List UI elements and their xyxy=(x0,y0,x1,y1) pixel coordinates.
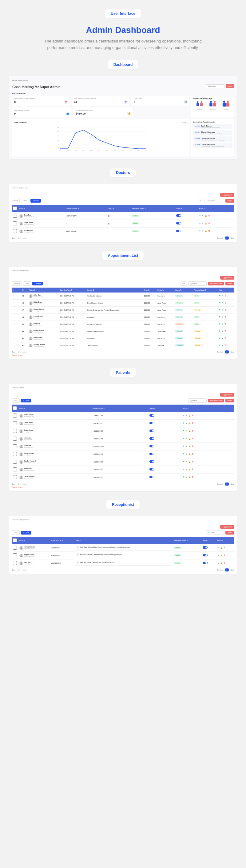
print-button[interactable]: Print xyxy=(23,281,31,286)
status-toggle[interactable] xyxy=(149,430,154,432)
col-header[interactable]: ID xyxy=(21,287,28,292)
edit-icon[interactable]: ✎ xyxy=(222,316,223,318)
edit-icon[interactable]: ✎ xyxy=(186,430,187,432)
page-1[interactable]: 1 xyxy=(225,237,229,240)
export-button[interactable]: ⇩ Export xyxy=(30,199,41,203)
dropdown-icon[interactable]: ▾ xyxy=(200,295,201,297)
col-header[interactable]: Status ⇅ xyxy=(174,287,192,292)
edit-icon[interactable]: ✎ xyxy=(217,554,219,556)
new-button[interactable]: ⊕ New xyxy=(225,399,234,402)
view-icon[interactable]: 👁 xyxy=(219,330,220,332)
drag-handle[interactable]: ⋮⋮ xyxy=(13,316,16,318)
print-button[interactable]: Print xyxy=(21,198,29,203)
col-header[interactable]: Action ⇅ xyxy=(198,205,234,212)
edit-icon[interactable]: ✎ xyxy=(202,230,204,232)
breadcrumb[interactable]: Home > Appointment xyxy=(12,270,234,272)
export-button[interactable]: ⇩ Export xyxy=(21,531,31,534)
patients-layout-link[interactable]: Patients Layout xyxy=(12,486,234,488)
dropdown-icon[interactable]: ▾ xyxy=(202,345,203,346)
edit-icon[interactable]: ✎ xyxy=(186,414,187,416)
year-select[interactable]: Year xyxy=(181,121,187,124)
upcoming-item[interactable]: 9:00 AMEmily JohnsonTeeth Cleaning By Ha… xyxy=(193,124,233,129)
delete-icon[interactable]: 🗑 xyxy=(224,330,226,332)
row-select[interactable] xyxy=(13,413,17,417)
col-header[interactable]: Contact Number ⇅ xyxy=(65,205,106,212)
view-icon[interactable]: 👁 xyxy=(183,468,184,470)
lock-icon[interactable]: 🔒 xyxy=(220,547,222,549)
all-filter[interactable]: All ▾ xyxy=(198,198,205,203)
lock-icon[interactable]: 🔒 xyxy=(188,468,191,470)
row-select[interactable] xyxy=(13,437,17,441)
row-select[interactable] xyxy=(13,429,17,433)
lock-icon[interactable]: 🔒 xyxy=(188,476,191,478)
drag-handle[interactable]: ⋮⋮ xyxy=(13,295,16,297)
appointment-button[interactable]: + Appointment xyxy=(220,525,234,529)
col-header[interactable]: Status ⇅ xyxy=(202,537,216,544)
status-toggle[interactable] xyxy=(203,562,208,564)
prev-page[interactable]: Previous xyxy=(217,483,223,485)
view-icon[interactable]: 👁 xyxy=(183,445,184,447)
edit-icon[interactable]: ✎ xyxy=(202,215,204,217)
lock-icon[interactable]: 🔒 xyxy=(188,414,191,416)
col-header[interactable]: Status ⇅ xyxy=(175,205,198,212)
status-toggle[interactable] xyxy=(149,422,154,424)
view-icon[interactable]: 👁 xyxy=(183,430,184,432)
page-size[interactable]: 10 xyxy=(16,350,22,354)
delete-icon[interactable]: 🗑 xyxy=(224,316,226,318)
page-1[interactable]: 1 xyxy=(225,568,229,571)
lock-icon[interactable]: 🔒 xyxy=(188,453,191,455)
delete-icon[interactable]: 🗑 xyxy=(192,468,194,470)
page-size[interactable]: 10 xyxy=(16,568,22,572)
delete-icon[interactable]: 🗑 xyxy=(192,445,194,447)
col-header[interactable]: Action xyxy=(217,287,234,292)
breadcrumb[interactable]: Home > Dashboard xyxy=(12,80,234,81)
view-icon[interactable]: 👁 xyxy=(199,230,201,232)
prev-page[interactable]: Previous xyxy=(217,569,223,571)
dropdown-icon[interactable]: ▾ xyxy=(200,302,201,304)
view-icon[interactable]: 👁 xyxy=(219,323,220,325)
lock-icon[interactable]: 🔒 xyxy=(188,445,191,447)
col-header[interactable]: # xyxy=(12,287,21,292)
edit-icon[interactable]: ✎ xyxy=(186,438,187,440)
lock-icon[interactable]: 🔒 xyxy=(188,438,191,440)
status-toggle[interactable] xyxy=(176,222,181,224)
row-select[interactable] xyxy=(13,460,17,464)
lock-icon[interactable]: 🔒 xyxy=(205,215,207,217)
search-input[interactable] xyxy=(188,281,207,286)
col-header[interactable]: Action ⇅ xyxy=(181,405,234,412)
status-toggle[interactable] xyxy=(149,476,154,478)
status-toggle[interactable] xyxy=(149,414,154,416)
view-icon[interactable]: 👁 xyxy=(199,215,201,217)
next-page[interactable]: Next xyxy=(231,237,234,239)
appointment-button[interactable]: + Appointment xyxy=(220,393,234,397)
upcoming-item[interactable]: 01:30 AMJessica AndersonTeeth Cleaning B… xyxy=(193,143,233,148)
row-select[interactable] xyxy=(13,444,17,448)
col-header[interactable]: Phone Number ⇅ xyxy=(91,405,148,412)
edit-icon[interactable]: ✎ xyxy=(222,344,223,346)
status-toggle[interactable] xyxy=(149,445,154,447)
appointment-button[interactable]: + Appointment xyxy=(220,276,234,280)
view-icon[interactable]: 👁 xyxy=(183,461,184,463)
edit-icon[interactable]: ✎ xyxy=(186,445,187,447)
row-select[interactable] xyxy=(13,452,17,456)
delete-icon[interactable]: 🗑 xyxy=(223,562,225,564)
search-button[interactable]: Search xyxy=(226,84,234,88)
service-filter[interactable]: Service ▾ xyxy=(12,281,22,286)
edit-icon[interactable]: ✎ xyxy=(217,547,219,549)
next-page[interactable]: Next xyxy=(231,483,234,485)
new-button[interactable]: ⊕ New xyxy=(225,199,234,203)
drag-handle[interactable]: ⋮⋮ xyxy=(13,309,16,311)
view-icon[interactable]: 👁 xyxy=(183,476,184,478)
status-toggle[interactable] xyxy=(176,214,181,217)
edit-icon[interactable]: ✎ xyxy=(222,295,223,297)
upcoming-item[interactable]: 01:30 AMJessica AndersonTeeth Cleaning B… xyxy=(193,136,233,142)
print-button[interactable]: Print xyxy=(12,530,20,535)
delete-icon[interactable]: 🗑 xyxy=(208,215,210,217)
breadcrumb[interactable]: Home > Patient xyxy=(12,387,234,389)
export-button[interactable]: ⇩ Export xyxy=(32,282,43,285)
row-select[interactable] xyxy=(13,221,17,225)
view-icon[interactable]: 👁 xyxy=(183,438,184,440)
date-input[interactable] xyxy=(206,84,224,88)
view-icon[interactable]: 👁 xyxy=(219,309,220,311)
delete-icon[interactable]: 🗑 xyxy=(224,295,226,297)
